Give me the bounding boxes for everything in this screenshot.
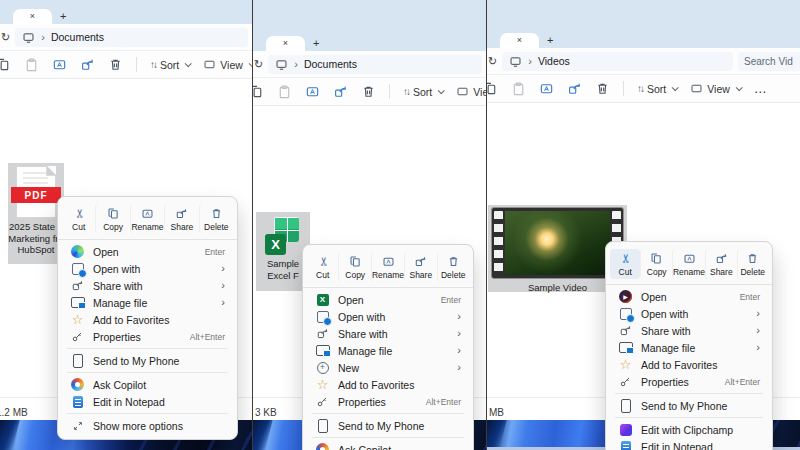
menu-separator bbox=[303, 287, 473, 288]
menu-item-open-with[interactable]: Open with› bbox=[62, 260, 233, 277]
tab-close-icon[interactable]: × bbox=[30, 12, 35, 21]
share-button[interactable]: Share bbox=[164, 204, 198, 234]
delete-icon[interactable] bbox=[595, 81, 610, 96]
tab-close-icon[interactable]: × bbox=[517, 36, 522, 45]
cut-button[interactable]: ✂Cut bbox=[610, 249, 640, 279]
menu-item-open-with[interactable]: Open with› bbox=[610, 305, 768, 322]
rename-icon[interactable] bbox=[305, 84, 320, 99]
view-button[interactable]: View bbox=[690, 82, 741, 95]
more-options-button[interactable]: … bbox=[754, 81, 768, 96]
breadcrumb-folder[interactable]: Documents bbox=[51, 31, 104, 43]
chevron-right-icon: › bbox=[457, 311, 461, 322]
menu-item-edit-with-clipchamp[interactable]: Edit with Clipchamp bbox=[610, 421, 768, 438]
cut-button[interactable]: ✂Cut bbox=[307, 252, 338, 282]
menu-item-share-with[interactable]: Share with› bbox=[62, 277, 233, 294]
sort-label: Sort bbox=[413, 86, 432, 98]
address-bar: ↻ › Documents bbox=[0, 24, 252, 51]
refresh-icon[interactable]: ↻ bbox=[254, 58, 263, 71]
refresh-icon[interactable]: ↻ bbox=[1, 31, 10, 44]
delete-icon[interactable] bbox=[108, 57, 123, 72]
menu-item-manage-file[interactable]: Manage file› bbox=[307, 342, 469, 359]
delete-button[interactable]: Delete bbox=[737, 249, 768, 279]
menu-item-send-to-phone[interactable]: Send to My Phone bbox=[610, 397, 768, 414]
share-file-icon bbox=[70, 278, 85, 293]
explorer-tab[interactable]: × bbox=[500, 33, 539, 48]
menu-item-open[interactable]: OpenEnter bbox=[62, 243, 233, 260]
rename-icon[interactable] bbox=[52, 57, 67, 72]
share-icon[interactable] bbox=[567, 81, 582, 96]
sort-button[interactable]: ↑↓ Sort bbox=[637, 83, 677, 95]
file-tile-pdf[interactable]: PDF 2025 State o Marketing fro HubSpot bbox=[8, 163, 64, 264]
breadcrumb-folder[interactable]: Videos bbox=[538, 55, 570, 67]
rename-icon[interactable] bbox=[539, 81, 554, 96]
sort-arrows-icon: ↑↓ bbox=[403, 86, 409, 97]
copy-icon[interactable] bbox=[253, 84, 264, 99]
menu-item-share-with[interactable]: Share with› bbox=[307, 325, 469, 342]
sort-button[interactable]: ↑↓ Sort bbox=[403, 86, 443, 98]
breadcrumb-folder[interactable]: Documents bbox=[304, 58, 357, 70]
trash-icon bbox=[447, 255, 460, 268]
menu-item-open-with[interactable]: Open with› bbox=[307, 308, 469, 325]
view-button[interactable]: View bbox=[203, 58, 253, 71]
delete-icon[interactable] bbox=[361, 84, 376, 99]
tab-close-icon[interactable]: × bbox=[283, 39, 288, 48]
menu-item-show-more-options[interactable]: Show more options bbox=[62, 417, 233, 434]
new-tab-button[interactable]: + bbox=[313, 35, 319, 51]
breadcrumb[interactable]: › Documents bbox=[268, 55, 482, 74]
paste-icon[interactable] bbox=[511, 81, 526, 96]
delete-button[interactable]: Delete bbox=[437, 252, 469, 282]
refresh-icon[interactable]: ↻ bbox=[488, 55, 497, 68]
explorer-window-documents-excel: × + ↻ › Documents ↑↓ Sort bbox=[253, 0, 487, 450]
breadcrumb[interactable]: › Documents bbox=[15, 28, 248, 47]
menu-item-open[interactable]: XOpenEnter bbox=[307, 291, 469, 308]
share-icon[interactable] bbox=[333, 84, 348, 99]
menu-item-ask-copilot[interactable]: Ask Copilot bbox=[307, 441, 469, 450]
view-button[interactable]: View bbox=[456, 85, 487, 98]
paste-icon[interactable] bbox=[277, 84, 292, 99]
menu-item-open[interactable]: ▶OpenEnter bbox=[610, 288, 768, 305]
menu-item-edit-in-notepad[interactable]: Edit in Notepad bbox=[610, 438, 768, 450]
menu-item-properties[interactable]: PropertiesAlt+Enter bbox=[62, 328, 233, 345]
explorer-tab[interactable]: × bbox=[266, 36, 305, 51]
menu-item-send-to-phone[interactable]: Send to My Phone bbox=[307, 417, 469, 434]
copy-button[interactable]: Copy bbox=[640, 249, 671, 279]
address-bar: ↻ › Documents bbox=[253, 51, 486, 78]
sort-button[interactable]: ↑↓ Sort bbox=[150, 59, 190, 71]
cut-button[interactable]: ✂Cut bbox=[62, 204, 95, 234]
copy-button[interactable]: Copy bbox=[338, 252, 370, 282]
menu-item-add-to-favorites[interactable]: ☆Add to Favorites bbox=[307, 376, 469, 393]
view-label: View bbox=[707, 83, 730, 95]
menu-item-add-to-favorites[interactable]: ☆Add to Favorites bbox=[610, 356, 768, 373]
explorer-tab[interactable]: × bbox=[13, 9, 52, 24]
manage-file-icon bbox=[71, 297, 85, 308]
delete-button[interactable]: Delete bbox=[199, 204, 233, 234]
menu-item-send-to-phone[interactable]: Send to My Phone bbox=[62, 352, 233, 369]
rename-button[interactable]: Rename bbox=[371, 252, 404, 282]
rename-button[interactable]: Rename bbox=[130, 204, 164, 234]
menu-item-properties[interactable]: PropertiesAlt+Enter bbox=[610, 373, 768, 390]
share-button[interactable]: Share bbox=[705, 249, 736, 279]
rename-icon bbox=[382, 255, 395, 268]
menu-item-manage-file[interactable]: Manage file› bbox=[62, 294, 233, 311]
menu-item-manage-file[interactable]: Manage file› bbox=[610, 339, 768, 356]
breadcrumb[interactable]: › Videos bbox=[502, 52, 733, 71]
manage-file-icon bbox=[619, 342, 633, 353]
new-tab-button[interactable]: + bbox=[547, 32, 553, 48]
menu-item-edit-in-notepad[interactable]: Edit in Notepad bbox=[62, 393, 233, 410]
share-button[interactable]: Share bbox=[404, 252, 436, 282]
menu-item-properties[interactable]: PropertiesAlt+Enter bbox=[307, 393, 469, 410]
rename-button[interactable]: Rename bbox=[672, 249, 705, 279]
menu-item-add-to-favorites[interactable]: ☆Add to Favorites bbox=[62, 311, 233, 328]
menu-separator bbox=[58, 239, 237, 240]
menu-item-ask-copilot[interactable]: Ask Copilot bbox=[62, 376, 233, 393]
search-input[interactable]: Search Vid bbox=[738, 52, 800, 71]
menu-item-share-with[interactable]: Share with› bbox=[610, 322, 768, 339]
new-tab-button[interactable]: + bbox=[60, 8, 66, 24]
phone-icon bbox=[621, 399, 631, 413]
copy-button[interactable]: Copy bbox=[95, 204, 129, 234]
copy-icon[interactable] bbox=[0, 57, 11, 72]
paste-icon[interactable] bbox=[24, 57, 39, 72]
share-icon[interactable] bbox=[80, 57, 95, 72]
menu-item-new[interactable]: New› bbox=[307, 359, 469, 376]
copy-icon[interactable] bbox=[487, 81, 498, 96]
